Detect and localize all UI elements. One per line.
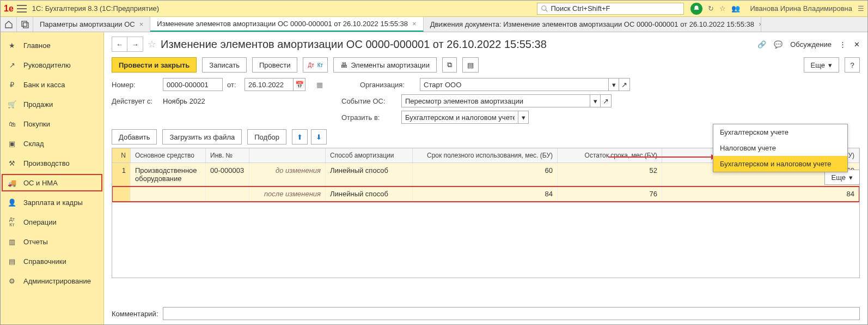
- nav-os-nma[interactable]: 🚚ОС и НМА: [1, 173, 103, 192]
- back-button[interactable]: ←: [112, 37, 127, 51]
- org-input[interactable]: [420, 78, 608, 91]
- truck-icon: 🚚: [7, 179, 17, 187]
- reflect-dropdown: Бухгалтерском учете Налоговом учете Бухг…: [713, 124, 848, 172]
- col-rest[interactable]: Остаток срока, мес (БУ): [558, 148, 662, 162]
- move-up-button[interactable]: ⬆: [292, 129, 308, 145]
- tab-movements[interactable]: Движения документа: Изменение элементов …: [424, 17, 761, 32]
- global-search[interactable]: Поиск Ctrl+Shift+F: [537, 3, 684, 15]
- chevron-down-icon[interactable]: ▾: [590, 94, 601, 107]
- close-icon[interactable]: ×: [759, 20, 761, 28]
- valid-value: Ноябрь 2022: [163, 97, 304, 105]
- dtkt-button[interactable]: ДтКт: [303, 57, 328, 73]
- menu-icon[interactable]: [17, 5, 27, 13]
- discuss-icon[interactable]: 💬: [774, 40, 783, 49]
- stack-icon: [21, 20, 29, 29]
- pick-button[interactable]: Подбор: [247, 129, 286, 145]
- user-name[interactable]: Иванова Ирина Владимировна: [750, 4, 852, 13]
- nav-bank[interactable]: ₽Банк и касса: [1, 75, 103, 94]
- windows-tab[interactable]: [17, 17, 33, 32]
- table-row[interactable]: после изменения Линейный способ 84 76 84: [112, 186, 859, 202]
- tab-document[interactable]: Изменение элементов амортизации ОС 0000-…: [150, 17, 423, 32]
- report-icon: ▥: [7, 238, 17, 246]
- nav-manager[interactable]: ↗Руководителю: [1, 55, 103, 75]
- nav-catalogs[interactable]: ▤Справочники: [1, 251, 103, 271]
- add-button[interactable]: Добавить: [112, 129, 157, 145]
- close-icon[interactable]: ×: [139, 20, 144, 28]
- col-bu[interactable]: Срок полезного использования, мес. (БУ): [413, 148, 558, 162]
- nav-purchases[interactable]: 🛍Покупки: [1, 114, 103, 134]
- comment-input[interactable]: [163, 307, 860, 320]
- reflect-input[interactable]: [401, 111, 518, 124]
- tab-params[interactable]: Параметры амортизации ОС ×: [33, 17, 150, 32]
- cart-icon: 🛒: [7, 100, 17, 109]
- dropdown-item[interactable]: Бухгалтерском и налоговом учете: [713, 156, 847, 172]
- cell-bu: 60: [413, 163, 558, 186]
- chevron-down-icon[interactable]: ▾: [608, 78, 619, 91]
- chevron-down-icon[interactable]: ▾: [518, 111, 529, 124]
- panel-toggle-icon[interactable]: ☰: [858, 4, 864, 13]
- date-input[interactable]: [244, 78, 294, 91]
- cell-n: 1: [112, 163, 131, 186]
- cell-inv: 00-000003: [206, 163, 249, 186]
- bag-icon: 🛍: [7, 120, 17, 128]
- notifications-icon[interactable]: [690, 3, 702, 15]
- nav-operations[interactable]: ДтКтОперации: [1, 212, 103, 232]
- open-icon[interactable]: ↗: [619, 78, 630, 91]
- star-icon: ★: [7, 41, 17, 50]
- comment-label: Комментарий:: [112, 310, 158, 318]
- col-inv[interactable]: Инв. №: [206, 148, 249, 162]
- close-page-icon[interactable]: ✕: [854, 40, 860, 49]
- grid-body[interactable]: 1 Производственное оборудование 00-00000…: [112, 163, 859, 278]
- nav-reports[interactable]: ▥Отчеты: [1, 232, 103, 251]
- favorite-icon[interactable]: ☆: [719, 4, 726, 13]
- post-and-close-button[interactable]: Провести и закрыть: [112, 57, 197, 73]
- search-placeholder: Поиск Ctrl+Shift+F: [551, 4, 610, 13]
- book-icon: ▤: [7, 257, 17, 266]
- nav-salary[interactable]: 👤Зарплата и кадры: [1, 192, 103, 212]
- event-input[interactable]: [401, 94, 590, 107]
- header-icons: ↻ ☆ 👥 Иванова Ирина Владимировна ☰: [690, 3, 864, 15]
- dropdown-item[interactable]: Налоговом учете: [713, 140, 847, 156]
- close-icon[interactable]: ×: [412, 20, 417, 28]
- link-icon[interactable]: 🔗: [757, 40, 766, 49]
- discuss-label[interactable]: Обсуждение: [790, 40, 832, 49]
- number-input[interactable]: [163, 78, 223, 91]
- org-label: Организация:: [360, 81, 415, 89]
- nav-sales[interactable]: 🛒Продажи: [1, 94, 103, 114]
- nav-stock[interactable]: ▣Склад: [1, 134, 103, 153]
- tree-button[interactable]: ⧉: [442, 57, 457, 73]
- org-icon[interactable]: ▦: [316, 81, 323, 89]
- svg-line-1: [546, 9, 548, 11]
- nav-main[interactable]: ★Главное: [1, 35, 103, 55]
- move-down-button[interactable]: ⬇: [311, 129, 327, 145]
- col-n[interactable]: N: [112, 148, 131, 162]
- save-button[interactable]: Записать: [202, 57, 247, 73]
- nav-admin[interactable]: ⚙Администрирование: [1, 271, 103, 291]
- home-tab[interactable]: [1, 17, 17, 32]
- users-icon[interactable]: 👥: [731, 4, 740, 13]
- app-title: 1С: Бухгалтерия 8.3 (1С:Предприятие): [32, 4, 159, 13]
- load-button[interactable]: Загрузить из файла: [162, 129, 242, 145]
- open-icon[interactable]: ↗: [601, 94, 612, 107]
- app-logo: 1e: [4, 4, 14, 14]
- chart-up-icon: ↗: [7, 61, 17, 69]
- cell-bu: 84: [413, 186, 558, 201]
- more-button[interactable]: Еще ▾: [804, 57, 839, 73]
- kebab-icon[interactable]: ⋮: [839, 40, 846, 49]
- nav-production[interactable]: ⚒Производство: [1, 153, 103, 173]
- list-button[interactable]: ▤: [462, 57, 479, 73]
- tab-label: Изменение элементов амортизации ОС 0000-…: [157, 20, 408, 28]
- post-button[interactable]: Провести: [252, 57, 298, 73]
- cell-after-label: после изменения: [249, 186, 326, 201]
- history-icon[interactable]: ↻: [708, 4, 714, 13]
- list-icon: ▤: [467, 61, 474, 69]
- col-method[interactable]: Способ амортизации: [326, 148, 413, 162]
- comment-row: Комментарий:: [112, 307, 860, 320]
- favorite-toggle[interactable]: ☆: [148, 38, 156, 50]
- col-os[interactable]: Основное средство: [131, 148, 206, 162]
- calendar-icon[interactable]: 📅: [294, 78, 305, 91]
- dropdown-item[interactable]: Бухгалтерском учете: [713, 124, 847, 140]
- print-elements-button[interactable]: 🖶Элементы амортизации: [333, 57, 437, 73]
- forward-button[interactable]: →: [127, 37, 143, 51]
- help-button[interactable]: ?: [845, 57, 860, 73]
